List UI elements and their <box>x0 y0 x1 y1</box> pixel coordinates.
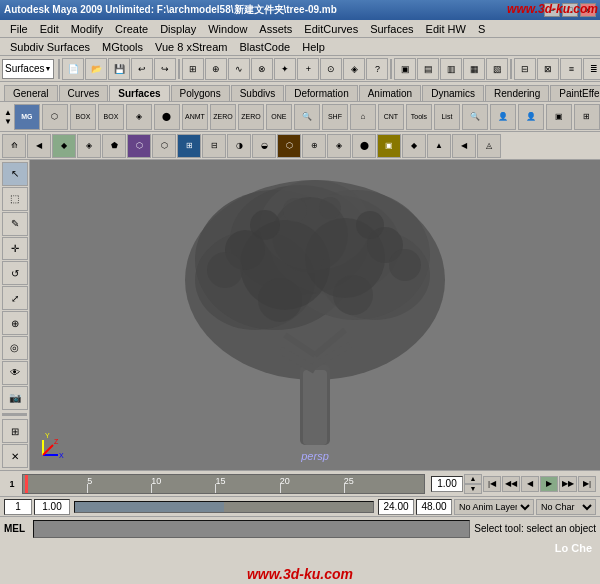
playback-input-1[interactable] <box>431 476 463 492</box>
range-slider[interactable] <box>74 501 374 513</box>
shelf-one[interactable]: ONE <box>266 104 292 130</box>
play-prev[interactable]: ◀◀ <box>502 476 520 492</box>
tb-render5[interactable]: ▧ <box>486 58 508 80</box>
tb-render4[interactable]: ▦ <box>463 58 485 80</box>
tb-curve[interactable]: ∿ <box>228 58 250 80</box>
play-start[interactable]: |◀ <box>483 476 501 492</box>
menu-surfaces[interactable]: Surfaces <box>364 22 419 36</box>
tb-new[interactable]: 📄 <box>62 58 84 80</box>
sh2-7[interactable]: ⬡ <box>152 134 176 158</box>
lt-rotate[interactable]: ↺ <box>2 261 28 285</box>
tb-grid2[interactable]: ⊠ <box>537 58 559 80</box>
range-start-val[interactable] <box>34 499 70 515</box>
tb-open[interactable]: 📂 <box>85 58 107 80</box>
shelf-tab-painteffects[interactable]: PaintEffects <box>550 85 600 101</box>
menu-editcurves[interactable]: EditCurves <box>298 22 364 36</box>
tb-render3[interactable]: ▥ <box>440 58 462 80</box>
shelf-zero1[interactable]: ZERO <box>210 104 236 130</box>
tb-render1[interactable]: ▣ <box>394 58 416 80</box>
menu-assets[interactable]: Assets <box>253 22 298 36</box>
menu-window[interactable]: Window <box>202 22 253 36</box>
tb-undo[interactable]: ↩ <box>131 58 153 80</box>
tb-select1[interactable]: ⊗ <box>251 58 273 80</box>
shelf-ico7[interactable]: ▣ <box>546 104 572 130</box>
lt-show[interactable]: 👁 <box>2 361 28 385</box>
spin-up[interactable]: ▲ <box>464 474 482 484</box>
sh2-15[interactable]: ⬤ <box>352 134 376 158</box>
spin-down[interactable]: ▼ <box>464 484 482 494</box>
shelf-magnify[interactable]: 🔍 <box>294 104 320 130</box>
sh2-3[interactable]: ◆ <box>52 134 76 158</box>
lt-paint[interactable]: ✎ <box>2 212 28 236</box>
lt-close[interactable]: ✕ <box>2 444 28 468</box>
play-back[interactable]: ◀ <box>521 476 539 492</box>
timeline-track[interactable]: 5 10 15 20 25 <box>22 474 425 494</box>
tb-grid1[interactable]: ⊟ <box>514 58 536 80</box>
lt-select[interactable]: ↖ <box>2 162 28 186</box>
anim-layer-select[interactable]: No Anim Layer <box>454 499 534 515</box>
menu-s[interactable]: S <box>472 22 491 36</box>
shelf-ico1[interactable]: ⬡ <box>42 104 68 130</box>
sh2-11[interactable]: ◒ <box>252 134 276 158</box>
shelf-box1[interactable]: BOX <box>70 104 96 130</box>
playback-end-val[interactable] <box>416 499 452 515</box>
sh2-12[interactable]: ⬡ <box>277 134 301 158</box>
mel-input[interactable] <box>33 520 470 538</box>
tb-paint[interactable]: ◈ <box>343 58 365 80</box>
shelf-shf[interactable]: SHF <box>322 104 348 130</box>
play-end[interactable]: ▶| <box>578 476 596 492</box>
sh2-18[interactable]: ▲ <box>427 134 451 158</box>
sh2-20[interactable]: ◬ <box>477 134 501 158</box>
lt-grid[interactable]: ⊞ <box>2 419 28 443</box>
menu-mgtools[interactable]: MGtools <box>96 40 149 54</box>
shelf-ico8[interactable]: ⊞ <box>574 104 600 130</box>
shelf-search[interactable]: 🔍 <box>462 104 488 130</box>
lt-scale[interactable]: ⤢ <box>2 286 28 310</box>
sh2-6[interactable]: ⬡ <box>127 134 151 158</box>
menu-create[interactable]: Create <box>109 22 154 36</box>
shelf-list[interactable]: List <box>434 104 460 130</box>
shelf-ico4[interactable]: ⌂ <box>350 104 376 130</box>
shelf-mg[interactable]: MG <box>14 104 40 130</box>
shelf-ico2[interactable]: ◈ <box>126 104 152 130</box>
shelf-tools[interactable]: Tools <box>406 104 432 130</box>
menu-subdiv[interactable]: Subdiv Surfaces <box>4 40 96 54</box>
sh2-2[interactable]: ◀ <box>27 134 51 158</box>
shelf-anmt[interactable]: ANMT <box>182 104 208 130</box>
menu-blastcode[interactable]: BlastCode <box>233 40 296 54</box>
tb-grid3[interactable]: ≡ <box>560 58 582 80</box>
shelf-zero2[interactable]: ZERO <box>238 104 264 130</box>
shelf-tab-dynamics[interactable]: Dynamics <box>422 85 484 101</box>
viewport[interactable]: persp X Y Z <box>30 160 600 470</box>
sh2-13[interactable]: ⊕ <box>302 134 326 158</box>
tb-save[interactable]: 💾 <box>108 58 130 80</box>
tb-grid4[interactable]: ≣ <box>583 58 600 80</box>
menu-file[interactable]: File <box>4 22 34 36</box>
lt-soft[interactable]: ◎ <box>2 336 28 360</box>
sh2-14[interactable]: ◈ <box>327 134 351 158</box>
sh2-10[interactable]: ◑ <box>227 134 251 158</box>
sh2-19[interactable]: ◀ <box>452 134 476 158</box>
lt-lasso[interactable]: ⬚ <box>2 187 28 211</box>
sh2-1[interactable]: ⟰ <box>2 134 26 158</box>
menu-edit[interactable]: Edit <box>34 22 65 36</box>
shelf-cnt[interactable]: CNT <box>378 104 404 130</box>
shelf-box2[interactable]: BOX <box>98 104 124 130</box>
sh2-9[interactable]: ⊟ <box>202 134 226 158</box>
shelf-ico3[interactable]: ⬤ <box>154 104 180 130</box>
tb-question[interactable]: ? <box>366 58 388 80</box>
shelf-tab-animation[interactable]: Animation <box>359 85 421 101</box>
menu-display[interactable]: Display <box>154 22 202 36</box>
menu-modify[interactable]: Modify <box>65 22 109 36</box>
menu-vue[interactable]: Vue 8 xStream <box>149 40 233 54</box>
tb-select2[interactable]: ✦ <box>274 58 296 80</box>
tb-manip[interactable]: ⊙ <box>320 58 342 80</box>
shelf-tab-rendering[interactable]: Rendering <box>485 85 549 101</box>
shelf-tab-polygons[interactable]: Polygons <box>171 85 230 101</box>
shelf-tab-subdivs[interactable]: Subdivs <box>231 85 285 101</box>
shelf-tab-deformation[interactable]: Deformation <box>285 85 357 101</box>
lt-universal[interactable]: ⊕ <box>2 311 28 335</box>
tb-redo[interactable]: ↪ <box>154 58 176 80</box>
play-fwd[interactable]: ▶ <box>540 476 558 492</box>
shelf-scroll-up[interactable]: ▲▼ <box>4 107 12 127</box>
